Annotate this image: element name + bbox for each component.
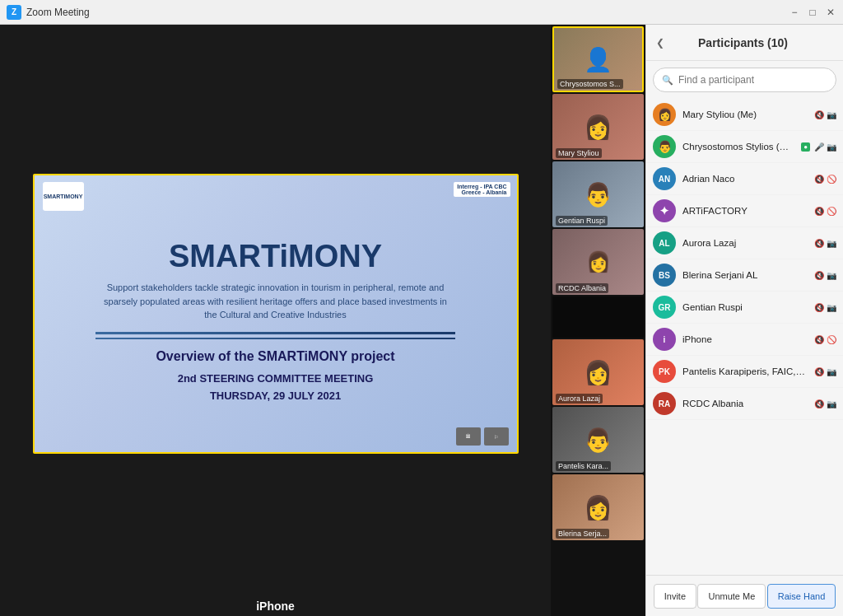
participant-item[interactable]: PK Pantelis Karapiperis, FAIC, Igoum... …: [646, 356, 843, 388]
participant-name: Mary Styliou (Me): [682, 110, 808, 119]
footer-logo-2: ⚐: [484, 427, 509, 446]
participant-item[interactable]: 👨 Chrysostomos Stylios (Host) ● 🎤 📷: [646, 131, 843, 163]
slide-overview: Overview of the SMARTiMONY project: [156, 349, 394, 364]
active-speaker-label: iPhone: [0, 595, 551, 616]
slide-logo: SMARTiMONY: [43, 182, 84, 211]
thumb-label-rcdc: RCDC Albania: [556, 283, 608, 293]
avatar: ✦: [653, 199, 676, 222]
participant-icons: ● 🎤 📷: [801, 142, 836, 152]
participant-name: Pantelis Karapiperis, FAIC, Igoum...: [682, 366, 808, 376]
participant-item[interactable]: RA RCDC Albania 🔇 📷: [646, 388, 843, 420]
thumb-label-mary: Mary Styliou: [556, 148, 602, 158]
video-off-icon: 🚫: [827, 175, 836, 184]
participant-icons: 🔇 📷: [814, 239, 836, 248]
video-icon: 📷: [827, 271, 836, 280]
thumb-label-blerina: Blerina Serja...: [556, 529, 609, 539]
avatar: 👩: [653, 103, 676, 126]
host-badge: ●: [801, 142, 810, 152]
video-icon: 📷: [827, 367, 836, 376]
panel-collapse-button[interactable]: ❮: [656, 37, 664, 49]
zoom-icon: Z: [7, 5, 21, 20]
search-bar[interactable]: 🔍: [653, 68, 836, 92]
thumb-label-aurora: Aurora Lazaj: [556, 394, 603, 404]
participants-list: 👩 Mary Styliou (Me) 🔇 📷 👨 Chrysostomos S…: [646, 99, 843, 575]
maximize-button[interactable]: □: [807, 7, 818, 18]
mute-icon: 🔇: [814, 271, 824, 280]
mic-icon: 🎤: [814, 142, 824, 152]
main-container: SMARTiMONY Interreg - IPA CBC Greece - A…: [0, 25, 843, 616]
mute-icon: 🔇: [814, 207, 824, 216]
participant-item[interactable]: GR Gentian Ruspi 🔇 📷: [646, 292, 843, 324]
participant-item[interactable]: AN Adrian Naco 🔇 🚫: [646, 163, 843, 195]
participant-icons: 🔇 🚫: [814, 175, 836, 184]
participant-item[interactable]: i iPhone 🔇 🚫: [646, 324, 843, 356]
presentation-area: SMARTiMONY Interreg - IPA CBC Greece - A…: [0, 25, 551, 595]
participant-name: Chrysostomos Stylios (Host): [682, 142, 794, 152]
participant-item[interactable]: AL Aurora Lazaj 🔇 📷: [646, 227, 843, 259]
participant-name: iPhone: [682, 334, 808, 344]
video-icon: 📷: [827, 399, 836, 408]
title-bar-left: Z Zoom Meeting: [7, 5, 90, 20]
minimize-button[interactable]: −: [789, 7, 800, 18]
slide-subtitle: Support stakeholders tackle strategic in…: [103, 281, 449, 322]
slide-footer-logos: 🏛 ⚐: [456, 427, 509, 446]
slide-divider-2: [95, 338, 455, 339]
thumb-chrysostomos: 👤 Chrysostomos S...: [552, 26, 644, 92]
participant-name: RCDC Albania: [682, 399, 808, 408]
participant-icons: 🔇 📷: [814, 110, 836, 119]
participant-item[interactable]: BS Blerina Serjani AL 🔇 📷: [646, 259, 843, 292]
participant-icons: 🔇 📷: [814, 303, 836, 312]
video-off-icon: 🚫: [827, 207, 836, 216]
mute-icon: 🔇: [814, 303, 824, 312]
raise-hand-button[interactable]: Raise Hand: [767, 584, 836, 609]
video-icon: 📷: [827, 239, 836, 248]
mute-icon: 🔇: [814, 110, 824, 119]
video-icon: 📷: [827, 110, 836, 119]
slide-divider: [95, 332, 455, 334]
avatar: 👨: [653, 135, 676, 158]
thumb-blerina: 👩 Blerina Serja...: [552, 474, 644, 540]
participant-icons: 🔇 🚫: [814, 335, 836, 344]
participant-name: Aurora Lazaj: [682, 238, 808, 248]
video-icon: 📷: [827, 142, 836, 152]
participant-icons: 🔇 📷: [814, 367, 836, 376]
slide-title: SMARTiMONY: [169, 239, 382, 274]
participant-icons: 🔇 📷: [814, 399, 836, 408]
title-bar: Z Zoom Meeting − □ ✕: [0, 0, 843, 25]
avatar: BS: [653, 264, 676, 287]
panel-header: ❮ Participants (10): [646, 25, 843, 61]
video-icon: 📷: [827, 303, 836, 312]
participant-icons: 🔇 🚫: [814, 207, 836, 216]
search-icon: 🔍: [662, 75, 673, 86]
right-panel: ❮ Participants (10) 🔍 👩 Mary Styliou (Me…: [645, 25, 843, 616]
avatar: AL: [653, 231, 676, 254]
interreg-badge: Interreg - IPA CBC Greece - Albania: [454, 182, 510, 197]
mute-icon: 🔇: [814, 367, 824, 376]
thumb-iphone: [552, 296, 644, 338]
mute-icon: 🔇: [814, 239, 824, 248]
unmute-button[interactable]: Unmute Me: [697, 584, 766, 609]
slide-meeting: 2nd STEERING COMMITTEE MEETING THURSDAY,…: [178, 371, 374, 405]
mute-icon: 🔇: [814, 399, 824, 408]
thumb-gentian: 👨 Gentian Ruspi: [552, 161, 644, 227]
panel-title: Participants (10): [664, 36, 822, 49]
avatar: RA: [653, 392, 676, 415]
participant-name: ARTiFACTORY: [682, 206, 808, 216]
participant-name: Blerina Serjani AL: [682, 270, 808, 280]
participant-name: Adrian Naco: [682, 174, 808, 184]
panel-footer: Invite Unmute Me Raise Hand: [646, 575, 843, 616]
footer-logo-1: 🏛: [456, 427, 481, 446]
thumbnail-strip: 👤 Chrysostomos S... 👩 Mary Styliou 👨 Gen…: [551, 25, 645, 616]
video-area: SMARTiMONY Interreg - IPA CBC Greece - A…: [0, 25, 551, 616]
title-bar-controls[interactable]: − □ ✕: [789, 7, 836, 18]
invite-button[interactable]: Invite: [654, 584, 696, 609]
participant-item[interactable]: 👩 Mary Styliou (Me) 🔇 📷: [646, 99, 843, 131]
title-bar-title: Zoom Meeting: [26, 7, 90, 18]
thumb-label-pantelis: Pantelis Kara...: [556, 461, 611, 471]
participant-item[interactable]: ✦ ARTiFACTORY 🔇 🚫: [646, 195, 843, 227]
thumb-rcdc: 👩 RCDC Albania: [552, 229, 644, 295]
search-input[interactable]: [678, 74, 827, 86]
slide-container: SMARTiMONY Interreg - IPA CBC Greece - A…: [33, 174, 519, 454]
avatar: GR: [653, 296, 676, 319]
close-button[interactable]: ✕: [825, 7, 836, 18]
